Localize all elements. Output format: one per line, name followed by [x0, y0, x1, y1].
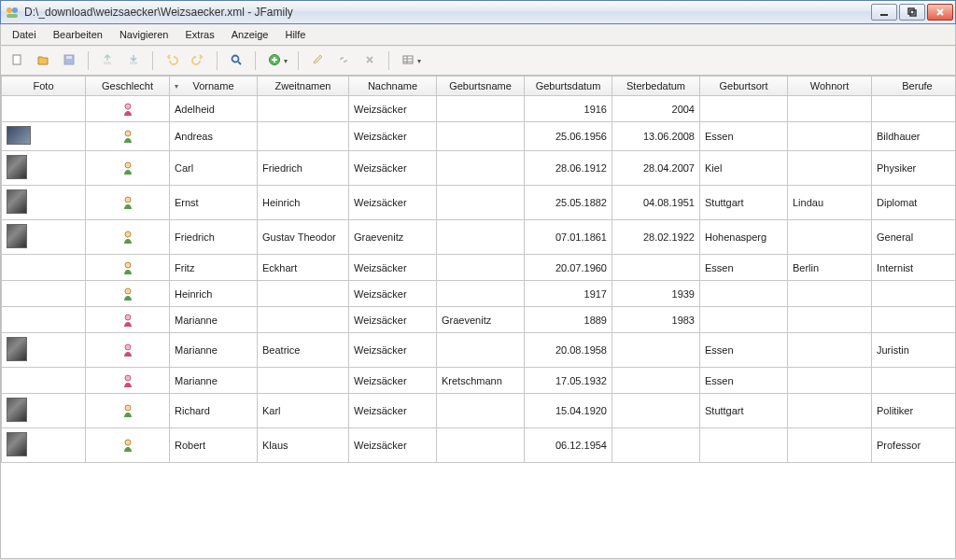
col-header-label: Geburtsort — [720, 80, 768, 91]
male-icon — [120, 129, 135, 144]
cell-geschlecht — [86, 281, 170, 307]
undo-icon — [165, 53, 178, 68]
col-header-geschlecht[interactable]: Geschlecht — [86, 77, 170, 96]
cell-geschlecht — [86, 96, 170, 122]
cell-geschlecht — [86, 333, 170, 368]
open-file-button[interactable] — [33, 50, 53, 71]
col-header-label: Wohnort — [810, 80, 849, 91]
menu-bearbeiten[interactable]: Bearbeiten — [46, 26, 110, 43]
maximize-button[interactable] — [899, 4, 925, 21]
table-row[interactable]: AdelheidWeizsäcker19162004 — [2, 96, 957, 122]
cell-nachname: Weizsäcker — [349, 394, 437, 428]
import-button — [123, 50, 144, 71]
search-button[interactable] — [226, 50, 246, 71]
search-icon — [230, 53, 243, 68]
svg-rect-2 — [7, 14, 18, 18]
pencil-icon — [311, 53, 324, 68]
cell-geburtsdatum: 1889 — [525, 307, 612, 333]
table-row[interactable]: FriedrichGustav TheodorGraevenitz07.01.1… — [2, 220, 957, 255]
cell-geburtsort — [700, 281, 788, 307]
cell-foto — [2, 281, 86, 307]
male-icon — [120, 287, 135, 301]
cell-geschlecht — [86, 307, 170, 333]
cell-vorname: Ernst — [170, 186, 258, 220]
menu-extras[interactable]: Extras — [178, 26, 222, 43]
add-person-dropdown[interactable]: ▾ — [282, 57, 289, 65]
cell-wohnort — [788, 428, 872, 463]
cell-geburtsdatum: 15.04.1920 — [525, 394, 612, 428]
table-row[interactable]: MarianneWeizsäckerGraevenitz18891983 — [2, 307, 957, 333]
cell-foto — [2, 96, 86, 122]
cell-foto — [2, 186, 86, 220]
table-row[interactable]: HeinrichWeizsäcker19171939 — [2, 281, 957, 307]
svg-rect-10 — [130, 62, 137, 64]
col-header-zweitnamen[interactable]: Zweitnamen — [258, 77, 349, 96]
cell-vorname: Adelheid — [170, 96, 258, 122]
cell-geschlecht — [86, 186, 170, 220]
svg-rect-6 — [13, 55, 21, 64]
table-row[interactable]: MarianneBeatriceWeizsäcker20.08.1958Esse… — [2, 333, 957, 368]
cell-geburtsort — [700, 428, 788, 463]
col-header-geburtsort[interactable]: Geburtsort — [700, 77, 788, 96]
menu-navigieren[interactable]: Navigieren — [112, 26, 176, 43]
cell-sterbedatum: 28.02.1922 — [612, 220, 700, 255]
col-header-sterbedatum[interactable]: Sterbedatum — [612, 77, 700, 96]
svg-rect-5 — [910, 10, 916, 16]
folder-icon — [36, 53, 49, 68]
table-row[interactable]: CarlFriedrichWeizsäcker28.06.191228.04.2… — [2, 151, 957, 186]
cell-geschlecht — [86, 220, 170, 255]
table-row[interactable]: RichardKarlWeizsäcker15.04.1920Stuttgart… — [2, 394, 957, 428]
close-button[interactable] — [927, 4, 953, 21]
table-row[interactable]: FritzEckhartWeizsäcker20.07.1960EssenBer… — [2, 255, 957, 281]
svg-rect-13 — [403, 56, 413, 63]
cell-berufe: Juristin — [872, 333, 957, 368]
cell-geschlecht — [86, 368, 170, 394]
cell-berufe: Bildhauer — [872, 122, 957, 151]
col-header-geburtsname[interactable]: Geburtsname — [437, 77, 525, 96]
menu-hilfe[interactable]: Hilfe — [277, 26, 313, 43]
col-header-berufe[interactable]: Berufe — [872, 77, 957, 96]
cell-geburtsname — [437, 333, 525, 368]
cell-vorname: Richard — [170, 394, 258, 428]
table-row[interactable]: AndreasWeizsäcker25.06.195613.06.2008Ess… — [2, 122, 957, 151]
cell-berufe: Internist — [872, 255, 957, 281]
table-row[interactable]: MarianneWeizsäckerKretschmann17.05.1932E… — [2, 368, 957, 394]
menu-anzeige[interactable]: Anzeige — [224, 26, 276, 43]
cell-berufe — [872, 368, 957, 394]
svg-point-22 — [125, 344, 131, 350]
cell-sterbedatum — [612, 333, 700, 368]
cell-berufe: Politiker — [872, 394, 957, 428]
cell-foto — [2, 333, 86, 368]
x-icon — [363, 53, 376, 68]
col-header-wohnort[interactable]: Wohnort — [788, 77, 872, 96]
cell-geburtsname — [437, 151, 525, 186]
col-header-nachname[interactable]: Nachname — [349, 77, 437, 96]
svg-point-24 — [125, 405, 131, 411]
in-icon — [127, 53, 140, 68]
menu-datei[interactable]: Datei — [5, 26, 44, 43]
cell-vorname: Heinrich — [170, 281, 258, 307]
svg-point-1 — [12, 7, 18, 13]
col-header-foto[interactable]: Foto — [2, 77, 86, 96]
cell-zweitnamen: Eckhart — [258, 255, 349, 281]
table-row[interactable]: RobertKlausWeizsäcker06.12.1954Professor — [2, 428, 957, 463]
col-header-label: Geburtsname — [449, 80, 512, 91]
col-header-geburtsdatum[interactable]: Geburtsdatum — [525, 77, 612, 96]
new-file-button[interactable] — [7, 50, 27, 71]
cell-sterbedatum: 1939 — [612, 281, 700, 307]
svg-point-16 — [125, 162, 131, 168]
view-mode-dropdown[interactable]: ▾ — [415, 57, 423, 65]
cell-wohnort — [788, 96, 872, 122]
edit-person-button — [307, 50, 328, 71]
cell-nachname: Weizsäcker — [349, 368, 437, 394]
table-row[interactable]: ErnstHeinrichWeizsäcker25.05.188204.08.1… — [2, 186, 957, 220]
female-icon — [120, 343, 135, 357]
cell-geschlecht — [86, 428, 170, 463]
cell-foto — [2, 255, 86, 281]
table-container[interactable]: FotoGeschlecht▾VornameZweitnamenNachname… — [0, 76, 956, 559]
col-header-vorname[interactable]: ▾Vorname — [170, 77, 258, 96]
cell-vorname: Robert — [170, 428, 258, 463]
minimize-button[interactable] — [871, 4, 897, 21]
cell-geschlecht — [86, 394, 170, 428]
male-icon — [120, 438, 135, 453]
